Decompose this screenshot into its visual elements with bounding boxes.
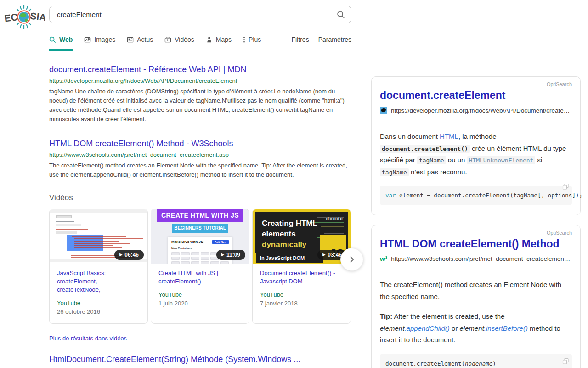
video-date: 7 janvier 2018 [260, 300, 343, 307]
video-title-link[interactable]: Document.createElement() - Javascript DO… [260, 269, 343, 286]
sidebar-card-url-link[interactable]: https://developer.mozilla.org/fr/docs/We… [380, 107, 572, 114]
video-duration-badge: ▶ 06:46 [114, 250, 144, 260]
tabs-row: Web Images Actus Vidéos [49, 36, 351, 51]
video-title-link[interactable]: JavaScript Basics: createElement, create… [57, 269, 140, 294]
play-icon: ▶ [322, 253, 325, 257]
inline-code: HTMLUnknownElement [467, 156, 536, 164]
svg-text:SIA: SIA [29, 11, 45, 23]
results-column: document.createElement - Référence Web A… [49, 52, 351, 368]
tab-web[interactable]: Web [49, 36, 73, 51]
tab-videos[interactable]: Vidéos [164, 36, 194, 51]
result-title-link[interactable]: document.createElement - Référence Web A… [49, 64, 247, 75]
optisearch-card-w3schools: OptiSearch HTML DOM createElement() Meth… [371, 225, 581, 368]
more-dots-icon [243, 36, 245, 43]
tab-news[interactable]: Actus [127, 36, 153, 51]
ecosia-globe-icon [17, 5, 31, 29]
sidebar-card-tip: Tip: After the element is created, use t… [380, 310, 572, 346]
inline-code: document.createElement() [380, 145, 470, 153]
tab-more[interactable]: Plus [243, 36, 261, 51]
tab-images[interactable]: Images [84, 36, 115, 51]
insertbefore-link[interactable]: .insertBefore() [484, 324, 528, 332]
copy-icon[interactable] [562, 358, 569, 365]
search-icon [49, 36, 56, 43]
code-block: document.createElement(nodename) [380, 354, 572, 368]
filters-link[interactable]: Filtres [292, 36, 309, 43]
tab-maps[interactable]: Maps [206, 36, 232, 51]
search-input[interactable] [50, 11, 331, 18]
optisearch-badge: OptiSearch [380, 81, 572, 87]
sidebar-card-url-link[interactable]: w3 https://www.w3schools.com/jsref/met_d… [380, 255, 572, 262]
svg-text:EC: EC [4, 12, 18, 23]
video-title-link[interactable]: Create HTML with JS | createElement() [158, 269, 242, 286]
w3schools-favicon: w3 [380, 255, 387, 262]
inline-code: tagName [417, 156, 446, 164]
settings-link[interactable]: Paramètres [318, 36, 351, 43]
video-icon [164, 36, 171, 43]
optisearch-sidebar: OptiSearch document.createElement https:… [371, 76, 581, 368]
video-source: YouTube [158, 291, 242, 298]
search-result: HTML DOM createElement() Method - W3Scho… [49, 138, 351, 179]
result-snippet: tagName Une chaîne de caractères (DOMStr… [49, 87, 351, 124]
result-url: https://www.w3schools.com/jsref/met_docu… [49, 151, 351, 158]
result-snippet: The createElement() method creates an El… [49, 161, 351, 179]
video-thumbnail: CREATE HTML WITH JS BEGINNERS TUTORIAL M… [151, 209, 249, 264]
video-card[interactable]: CREATE HTML WITH JS BEGINNERS TUTORIAL M… [151, 209, 249, 324]
video-date: 1 juin 2020 [158, 300, 242, 307]
video-card[interactable]: ▶ 06:46 JavaScript Basics: createElement… [49, 209, 148, 324]
more-videos-link[interactable]: Plus de résultats dans vidéos [49, 335, 127, 342]
chevron-right-icon [349, 256, 355, 263]
video-duration-badge: ▶ 11:09 [216, 250, 245, 260]
header: EC SIA Web Images [0, 0, 588, 52]
video-source: YouTube [260, 291, 343, 298]
search-icon [337, 11, 345, 19]
search-result: document.createElement - Référence Web A… [49, 64, 351, 124]
search-bar [49, 6, 351, 23]
person-pin-icon [206, 36, 213, 43]
sidebar-card-title-link[interactable]: HTML DOM createElement() Method [380, 238, 572, 250]
carousel-next-button[interactable] [340, 248, 363, 271]
video-thumbnail: ▶ 06:46 [50, 209, 147, 264]
videos-section-heading: Vidéos [49, 193, 351, 202]
ecosia-logo[interactable]: EC SIA [3, 2, 45, 32]
video-date: 26 octobre 2016 [57, 308, 140, 315]
sidebar-card-body: Dans un document HTML, la méthode docume… [380, 131, 572, 178]
search-result: HtmlDocument.CreateElement(String) Métho… [49, 354, 351, 368]
result-title-link[interactable]: HtmlDocument.CreateElement(String) Métho… [49, 354, 300, 365]
video-card[interactable]: Creating HTML elements dynamically dcode… [252, 209, 351, 324]
optisearch-badge: OptiSearch [380, 230, 572, 236]
sidebar-card-paragraph: The createElement() method creates an El… [380, 279, 572, 302]
play-icon: ▶ [221, 253, 224, 257]
optisearch-card-mdn: OptiSearch document.createElement https:… [371, 76, 581, 215]
copy-icon[interactable] [562, 183, 569, 190]
mdn-favicon [380, 107, 387, 114]
divider [380, 270, 572, 270]
html-link[interactable]: HTML [440, 132, 458, 140]
sidebar-card-title-link[interactable]: document.createElement [380, 89, 572, 102]
video-source: YouTube [57, 299, 140, 306]
news-icon [127, 36, 134, 43]
image-icon [84, 36, 91, 43]
inline-code: tagName [380, 168, 409, 176]
videos-carousel: ▶ 06:46 JavaScript Basics: createElement… [49, 209, 351, 324]
play-icon: ▶ [119, 253, 122, 257]
dcode-logo: dcode [326, 216, 343, 221]
search-submit-button[interactable] [331, 6, 351, 23]
result-url: https://developer.mozilla.org/fr/docs/We… [49, 77, 351, 84]
code-block: var element = document.createElement(tag… [380, 186, 572, 205]
divider [380, 122, 572, 122]
result-title-link[interactable]: HTML DOM createElement() Method - W3Scho… [49, 138, 233, 149]
appendchild-link[interactable]: .appendChild() [404, 324, 449, 332]
video-thumbnail: Creating HTML elements dynamically dcode… [253, 209, 351, 264]
